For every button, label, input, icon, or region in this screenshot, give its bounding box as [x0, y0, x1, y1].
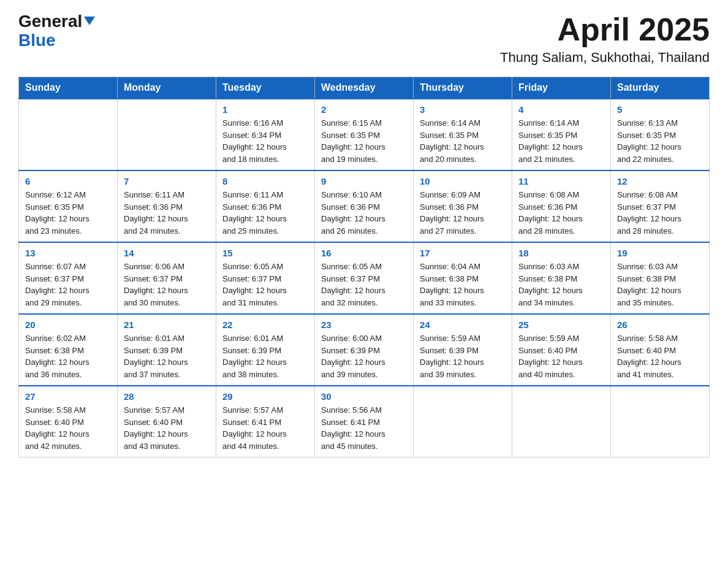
- day-number: 7: [124, 176, 210, 186]
- calendar-cell: 24Sunrise: 5:59 AM Sunset: 6:39 PM Dayli…: [414, 314, 512, 386]
- calendar-cell: 3Sunrise: 6:14 AM Sunset: 6:35 PM Daylig…: [414, 99, 512, 170]
- location-subtitle: Thung Saliam, Sukhothai, Thailand: [500, 50, 710, 66]
- day-info: Sunrise: 5:58 AM Sunset: 6:40 PM Dayligh…: [25, 404, 111, 452]
- calendar-cell: 2Sunrise: 6:15 AM Sunset: 6:35 PM Daylig…: [315, 99, 414, 170]
- day-number: 27: [25, 391, 111, 402]
- week-row-3: 13Sunrise: 6:07 AM Sunset: 6:37 PM Dayli…: [19, 242, 710, 314]
- calendar-cell: 26Sunrise: 5:58 AM Sunset: 6:40 PM Dayli…: [611, 314, 710, 386]
- day-number: 28: [124, 391, 210, 402]
- day-info: Sunrise: 5:59 AM Sunset: 6:39 PM Dayligh…: [420, 332, 506, 380]
- weekday-header-wednesday: Wednesday: [315, 77, 414, 99]
- day-number: 15: [222, 248, 308, 258]
- calendar-cell: 20Sunrise: 6:02 AM Sunset: 6:38 PM Dayli…: [19, 314, 118, 386]
- day-info: Sunrise: 6:10 AM Sunset: 6:36 PM Dayligh…: [321, 189, 407, 237]
- day-info: Sunrise: 6:05 AM Sunset: 6:37 PM Dayligh…: [321, 261, 407, 308]
- page-header: General Blue April 2025 Thung Saliam, Su…: [18, 12, 710, 66]
- day-number: 26: [617, 320, 703, 330]
- weekday-header-monday: Monday: [118, 77, 216, 99]
- day-info: Sunrise: 5:57 AM Sunset: 6:40 PM Dayligh…: [124, 404, 210, 452]
- day-number: 29: [222, 391, 308, 402]
- day-info: Sunrise: 6:03 AM Sunset: 6:38 PM Dayligh…: [617, 261, 703, 308]
- day-number: 19: [617, 248, 703, 258]
- calendar-table: SundayMondayTuesdayWednesdayThursdayFrid…: [18, 77, 710, 458]
- calendar-cell: 25Sunrise: 5:59 AM Sunset: 6:40 PM Dayli…: [512, 314, 611, 386]
- calendar-cell: 27Sunrise: 5:58 AM Sunset: 6:40 PM Dayli…: [19, 386, 118, 458]
- day-info: Sunrise: 6:02 AM Sunset: 6:38 PM Dayligh…: [25, 332, 111, 380]
- day-info: Sunrise: 5:58 AM Sunset: 6:40 PM Dayligh…: [617, 332, 703, 380]
- day-info: Sunrise: 6:08 AM Sunset: 6:37 PM Dayligh…: [617, 189, 703, 237]
- month-year-title: April 2025: [500, 12, 710, 47]
- day-number: 3: [420, 104, 506, 115]
- day-info: Sunrise: 6:00 AM Sunset: 6:39 PM Dayligh…: [321, 332, 407, 380]
- day-number: 4: [518, 104, 604, 115]
- calendar-cell: 22Sunrise: 6:01 AM Sunset: 6:39 PM Dayli…: [216, 314, 315, 386]
- day-info: Sunrise: 6:12 AM Sunset: 6:35 PM Dayligh…: [25, 189, 111, 237]
- logo: General Blue: [18, 12, 95, 50]
- day-info: Sunrise: 6:05 AM Sunset: 6:37 PM Dayligh…: [222, 261, 308, 308]
- calendar-cell: 9Sunrise: 6:10 AM Sunset: 6:36 PM Daylig…: [315, 170, 414, 242]
- day-number: 12: [617, 176, 703, 186]
- logo-blue: Blue: [18, 31, 56, 50]
- day-info: Sunrise: 6:08 AM Sunset: 6:36 PM Dayligh…: [518, 189, 604, 237]
- day-number: 8: [222, 176, 308, 186]
- day-info: Sunrise: 5:57 AM Sunset: 6:41 PM Dayligh…: [222, 404, 308, 452]
- weekday-header-sunday: Sunday: [19, 77, 118, 99]
- week-row-2: 6Sunrise: 6:12 AM Sunset: 6:35 PM Daylig…: [19, 170, 710, 242]
- calendar-cell: 17Sunrise: 6:04 AM Sunset: 6:38 PM Dayli…: [414, 242, 512, 314]
- day-number: 9: [321, 176, 407, 186]
- weekday-header-tuesday: Tuesday: [216, 77, 315, 99]
- calendar-cell: [414, 386, 512, 458]
- calendar-cell: 14Sunrise: 6:06 AM Sunset: 6:37 PM Dayli…: [118, 242, 216, 314]
- day-number: 14: [124, 248, 210, 258]
- day-info: Sunrise: 5:59 AM Sunset: 6:40 PM Dayligh…: [518, 332, 604, 380]
- calendar-cell: 23Sunrise: 6:00 AM Sunset: 6:39 PM Dayli…: [315, 314, 414, 386]
- day-info: Sunrise: 6:14 AM Sunset: 6:35 PM Dayligh…: [518, 117, 604, 165]
- weekday-header-thursday: Thursday: [414, 77, 512, 99]
- calendar-cell: 4Sunrise: 6:14 AM Sunset: 6:35 PM Daylig…: [512, 99, 611, 170]
- calendar-cell: 8Sunrise: 6:11 AM Sunset: 6:36 PM Daylig…: [216, 170, 315, 242]
- day-info: Sunrise: 6:11 AM Sunset: 6:36 PM Dayligh…: [124, 189, 210, 237]
- day-info: Sunrise: 6:01 AM Sunset: 6:39 PM Dayligh…: [222, 332, 308, 380]
- day-number: 2: [321, 104, 407, 115]
- calendar-cell: 18Sunrise: 6:03 AM Sunset: 6:38 PM Dayli…: [512, 242, 611, 314]
- logo-general: General: [18, 12, 82, 31]
- calendar-header-row: SundayMondayTuesdayWednesdayThursdayFrid…: [19, 77, 710, 99]
- calendar-cell: 28Sunrise: 5:57 AM Sunset: 6:40 PM Dayli…: [118, 386, 216, 458]
- day-info: Sunrise: 6:11 AM Sunset: 6:36 PM Dayligh…: [222, 189, 308, 237]
- title-section: April 2025 Thung Saliam, Sukhothai, Thai…: [500, 12, 710, 66]
- day-info: Sunrise: 6:03 AM Sunset: 6:38 PM Dayligh…: [518, 261, 604, 308]
- day-number: 6: [25, 176, 111, 186]
- day-info: Sunrise: 6:07 AM Sunset: 6:37 PM Dayligh…: [25, 261, 111, 308]
- calendar-cell: 13Sunrise: 6:07 AM Sunset: 6:37 PM Dayli…: [19, 242, 118, 314]
- day-number: 13: [25, 248, 111, 258]
- weekday-header-saturday: Saturday: [611, 77, 710, 99]
- day-number: 24: [420, 320, 506, 330]
- calendar-cell: [611, 386, 710, 458]
- day-number: 11: [518, 176, 604, 186]
- day-number: 5: [617, 104, 703, 115]
- day-number: 25: [518, 320, 604, 330]
- day-number: 1: [222, 104, 308, 115]
- calendar-cell: 21Sunrise: 6:01 AM Sunset: 6:39 PM Dayli…: [118, 314, 216, 386]
- calendar-cell: 10Sunrise: 6:09 AM Sunset: 6:36 PM Dayli…: [414, 170, 512, 242]
- day-info: Sunrise: 6:09 AM Sunset: 6:36 PM Dayligh…: [420, 189, 506, 237]
- day-info: Sunrise: 6:13 AM Sunset: 6:35 PM Dayligh…: [617, 117, 703, 165]
- calendar-cell: 12Sunrise: 6:08 AM Sunset: 6:37 PM Dayli…: [611, 170, 710, 242]
- day-number: 20: [25, 320, 111, 330]
- calendar-cell: 5Sunrise: 6:13 AM Sunset: 6:35 PM Daylig…: [611, 99, 710, 170]
- day-info: Sunrise: 6:16 AM Sunset: 6:34 PM Dayligh…: [222, 117, 308, 165]
- day-info: Sunrise: 6:15 AM Sunset: 6:35 PM Dayligh…: [321, 117, 407, 165]
- logo-text: General Blue: [18, 12, 95, 50]
- calendar-cell: 6Sunrise: 6:12 AM Sunset: 6:35 PM Daylig…: [19, 170, 118, 242]
- calendar-cell: 30Sunrise: 5:56 AM Sunset: 6:41 PM Dayli…: [315, 386, 414, 458]
- day-info: Sunrise: 5:56 AM Sunset: 6:41 PM Dayligh…: [321, 404, 407, 452]
- calendar-cell: [512, 386, 611, 458]
- logo-triangle-icon: [84, 17, 95, 25]
- day-number: 21: [124, 320, 210, 330]
- day-number: 30: [321, 391, 407, 402]
- calendar-cell: 11Sunrise: 6:08 AM Sunset: 6:36 PM Dayli…: [512, 170, 611, 242]
- day-number: 16: [321, 248, 407, 258]
- day-info: Sunrise: 6:04 AM Sunset: 6:38 PM Dayligh…: [420, 261, 506, 308]
- day-number: 10: [420, 176, 506, 186]
- day-info: Sunrise: 6:01 AM Sunset: 6:39 PM Dayligh…: [124, 332, 210, 380]
